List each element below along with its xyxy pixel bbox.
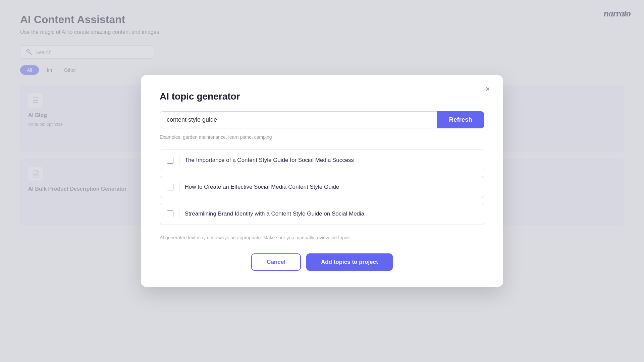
topic-item-2[interactable]: How to Create an Effective Social Media …: [160, 176, 484, 198]
topic-text-3: Streamlining Brand Identity with a Conte…: [185, 210, 365, 217]
refresh-button[interactable]: Refresh: [437, 111, 484, 128]
close-button[interactable]: ×: [482, 83, 494, 95]
topic-checkbox-2[interactable]: [167, 184, 173, 190]
examples-hint: Examples: garden maintenance, learn pian…: [160, 134, 484, 140]
topic-divider-3: [179, 209, 179, 219]
topic-divider-1: [179, 156, 179, 165]
search-row: Refresh: [160, 111, 484, 128]
topic-checkbox-1[interactable]: [167, 157, 173, 164]
topic-search-input[interactable]: [160, 111, 437, 128]
cancel-button[interactable]: Cancel: [251, 253, 301, 271]
topic-text-1: The Importance of a Content Style Guide …: [185, 157, 354, 164]
modal-title: AI topic generator: [160, 91, 484, 102]
topic-checkbox-3[interactable]: [167, 210, 173, 217]
topic-text-2: How to Create an Effective Social Media …: [185, 184, 339, 190]
topic-item-3[interactable]: Streamlining Brand Identity with a Conte…: [160, 203, 484, 225]
ai-topic-generator-modal: × AI topic generator Refresh Examples: g…: [141, 75, 503, 287]
topics-list: The Importance of a Content Style Guide …: [160, 149, 484, 225]
topic-divider-2: [179, 182, 179, 192]
topic-item-1[interactable]: The Importance of a Content Style Guide …: [160, 149, 484, 171]
add-topics-button[interactable]: Add topics to project: [306, 253, 393, 271]
modal-overlay: × AI topic generator Refresh Examples: g…: [0, 0, 644, 362]
modal-actions: Cancel Add topics to project: [160, 253, 484, 271]
ai-disclaimer: AI generated text may not always be appr…: [160, 234, 484, 241]
